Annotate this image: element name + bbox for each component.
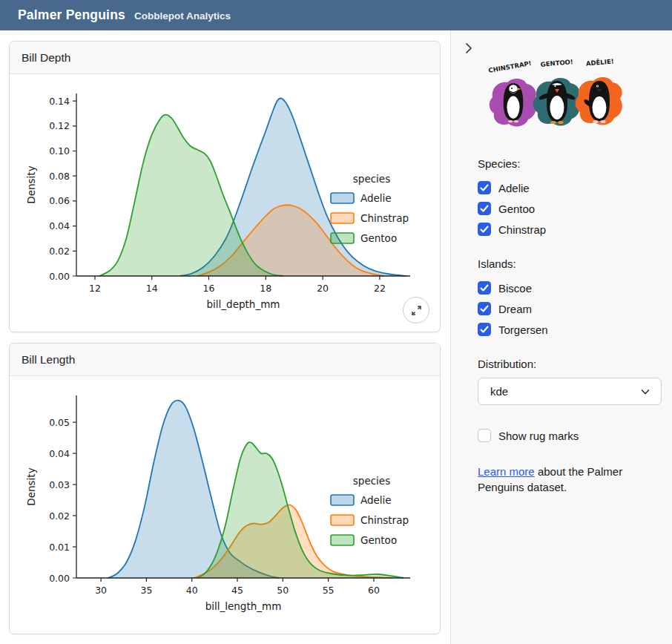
chevron-right-icon: [461, 41, 476, 56]
svg-text:Density: Density: [25, 467, 37, 505]
bill-depth-card: Bill Depth 1214161820220.000.020.040.060…: [9, 41, 441, 332]
species-section-label: Species:: [478, 157, 661, 170]
svg-text:Gentoo: Gentoo: [360, 534, 397, 546]
svg-text:Gentoo: Gentoo: [360, 232, 397, 244]
distribution-selected-value: kde: [490, 385, 508, 398]
checkbox-checked-icon: [478, 323, 491, 336]
svg-text:18: 18: [260, 283, 271, 294]
checkbox-checked-icon: [478, 281, 491, 295]
svg-text:0.12: 0.12: [49, 120, 70, 131]
species-checkbox-chinstrap[interactable]: Chinstrap: [478, 219, 661, 240]
svg-text:Density: Density: [25, 165, 37, 203]
bill-length-card: Bill Length 303540455055600.000.010.020.…: [9, 343, 441, 634]
svg-text:0.06: 0.06: [49, 195, 70, 206]
svg-text:species: species: [353, 475, 390, 487]
bill-length-chart: 303540455055600.000.010.020.030.040.05bi…: [10, 376, 440, 632]
svg-text:0.14: 0.14: [49, 96, 70, 107]
expand-icon: [411, 305, 422, 316]
app-subtitle: Cobblepot Analytics: [134, 10, 231, 22]
svg-text:0.01: 0.01: [49, 542, 70, 553]
svg-text:16: 16: [203, 283, 215, 294]
svg-text:22: 22: [374, 283, 386, 294]
bill-length-card-title: Bill Length: [10, 344, 440, 376]
svg-text:Chinstrap: Chinstrap: [360, 514, 409, 526]
distribution-section-label: Distribution:: [478, 358, 661, 370]
svg-text:40: 40: [186, 585, 198, 596]
svg-text:0.10: 0.10: [49, 145, 70, 157]
svg-text:species: species: [353, 173, 390, 185]
bill-depth-chart: 1214161820220.000.020.040.060.080.100.12…: [10, 74, 440, 330]
checkbox-checked-icon: [478, 181, 491, 194]
island-checkbox-dream[interactable]: Dream: [478, 298, 661, 319]
svg-text:0.04: 0.04: [49, 448, 70, 459]
adelie-label: ADĒLIE!: [586, 57, 614, 67]
checkbox-checked-icon: [478, 202, 491, 215]
checkbox-unchecked-icon: [478, 429, 491, 442]
learn-more-link[interactable]: Learn more: [478, 465, 535, 478]
island-checkbox-torgersen[interactable]: Torgersen: [478, 319, 661, 340]
checkbox-checked-icon: [478, 223, 491, 236]
svg-text:0.00: 0.00: [49, 573, 70, 584]
svg-text:45: 45: [231, 585, 243, 596]
svg-text:0.03: 0.03: [49, 479, 70, 490]
svg-text:Adelie: Adelie: [360, 494, 392, 506]
svg-text:20: 20: [317, 283, 329, 294]
palmer-penguins-app: Palmer Penguins Cobblepot Analytics Bill…: [0, 0, 672, 644]
svg-text:0.08: 0.08: [49, 171, 70, 182]
svg-text:12: 12: [89, 283, 101, 294]
penguins-illustration: CHINSTRAP! GENTOO! ADĒLIE!: [487, 57, 627, 135]
distribution-select[interactable]: kde: [478, 378, 662, 405]
svg-text:30: 30: [95, 585, 107, 596]
svg-text:14: 14: [146, 283, 158, 294]
app-header: Palmer Penguins Cobblepot Analytics: [0, 0, 672, 30]
chinstrap-label: CHINSTRAP!: [488, 59, 533, 74]
islands-section-label: Islands:: [478, 257, 661, 270]
species-checkbox-gentoo[interactable]: Gentoo: [478, 198, 661, 219]
svg-text:0.04: 0.04: [49, 220, 70, 231]
main-column: Bill Depth 1214161820220.000.020.040.060…: [0, 30, 450, 644]
bill-depth-card-title: Bill Depth: [10, 42, 440, 74]
sidebar-collapse-toggle[interactable]: [461, 41, 476, 56]
svg-text:bill_length_mm: bill_length_mm: [205, 600, 282, 612]
dataset-info-text: Learn more about the Palmer Penguins dat…: [478, 464, 659, 495]
svg-text:Adelie: Adelie: [360, 192, 392, 204]
gentoo-label: GENTOO!: [540, 58, 573, 68]
checkbox-checked-icon: [478, 302, 491, 315]
chinstrap-penguin: [504, 83, 524, 122]
species-checkbox-adelie[interactable]: Adelie: [478, 177, 661, 198]
expand-fullscreen-button[interactable]: [403, 297, 429, 323]
chevron-down-icon: [640, 387, 650, 397]
svg-text:60: 60: [368, 585, 380, 596]
svg-text:55: 55: [323, 585, 335, 596]
svg-text:0.02: 0.02: [49, 510, 70, 522]
sidebar: CHINSTRAP! GENTOO! ADĒLIE! Species: Adel…: [450, 30, 672, 644]
svg-text:bill_depth_mm: bill_depth_mm: [207, 298, 280, 310]
svg-text:0.05: 0.05: [49, 417, 70, 428]
show-rug-marks-checkbox[interactable]: Show rug marks: [478, 425, 661, 446]
svg-text:0.02: 0.02: [49, 246, 70, 257]
island-checkbox-biscoe[interactable]: Biscoe: [478, 277, 661, 298]
app-title: Palmer Penguins: [18, 7, 125, 23]
svg-text:Chinstrap: Chinstrap: [360, 212, 409, 224]
svg-text:50: 50: [277, 585, 289, 596]
svg-text:35: 35: [140, 585, 152, 596]
svg-text:0.00: 0.00: [49, 271, 70, 282]
